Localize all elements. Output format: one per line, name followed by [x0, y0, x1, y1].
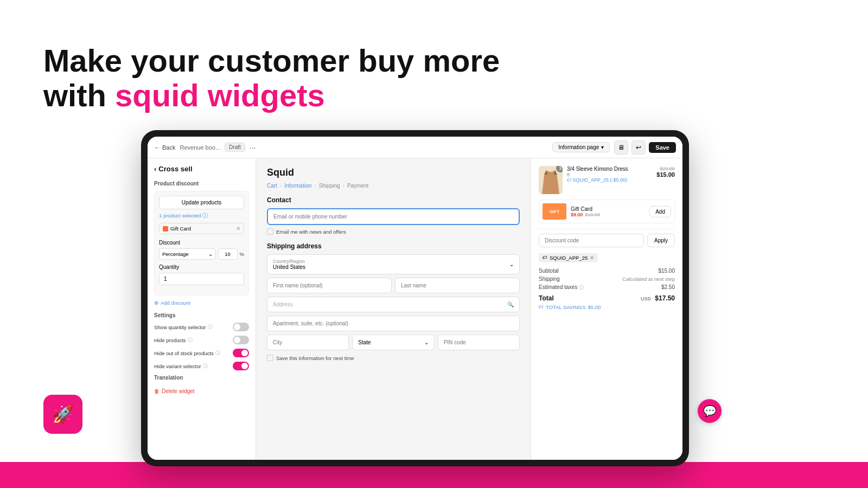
hide-out-of-stock-row: Hide out of stock products ⓘ: [154, 349, 249, 357]
delete-widget-label: Delete widget: [162, 388, 195, 394]
coupon-remove-icon[interactable]: ✕: [590, 255, 594, 261]
breadcrumb-nav: Cart › Information › Shipping › Payment: [267, 183, 520, 189]
rocket-icon: 🚀: [52, 404, 74, 425]
hide-products-label: Hide products ⓘ: [154, 337, 193, 344]
discount-row: Percentage ⌄ %: [159, 248, 244, 260]
save-info-label: Save this information for next time: [276, 355, 354, 361]
bc-sep-3: ›: [343, 183, 344, 189]
product-discount-label: Product discount: [154, 181, 249, 187]
settings-label: Settings: [154, 312, 249, 318]
translation-section: Translation 🗑 Delete widget: [154, 375, 249, 397]
item1-prices: $20.00 $15.00: [656, 166, 675, 178]
shipping-value: Calculated at next step: [622, 276, 675, 282]
show-quantity-label: Show quantity selector ⓘ: [154, 324, 213, 331]
contact-input[interactable]: [267, 208, 520, 225]
product-tag-name: Gift Card: [170, 226, 234, 232]
quantity-input[interactable]: [159, 273, 244, 285]
item1-image: 1: [539, 166, 563, 194]
taxes-info-icon: ⓘ: [579, 285, 584, 290]
add-gift-card-button[interactable]: Add: [649, 206, 671, 217]
state-select[interactable]: State ⌄: [352, 335, 434, 350]
hide-out-of-stock-toggle[interactable]: [233, 349, 249, 357]
delete-widget-button[interactable]: 🗑 Delete widget: [154, 385, 249, 397]
country-select[interactable]: Country/Region United States ⌄: [267, 254, 520, 274]
pin-input[interactable]: [438, 335, 520, 350]
save-info-row: Save this information for next time: [267, 355, 520, 361]
discount-type-select[interactable]: Percentage ⌄: [159, 248, 216, 260]
country-value: United States: [273, 264, 305, 270]
apply-button[interactable]: Apply: [647, 234, 675, 247]
hide-products-toggle[interactable]: [233, 336, 249, 344]
monitor-icon-button[interactable]: 🖥: [614, 140, 628, 155]
city-state-zip-row: State ⌄: [267, 335, 520, 350]
chevron-down-icon: ▾: [601, 144, 604, 150]
add-discount-link[interactable]: ⊕ Add discount: [154, 300, 249, 306]
page-select-dropdown[interactable]: Information page ▾: [552, 142, 610, 152]
bc-information[interactable]: Information: [284, 183, 311, 189]
selected-count-text: 1 product selected ⓘ: [159, 213, 244, 220]
back-label: Back: [162, 144, 175, 151]
checkout-area: Squid Cart › Information › Shipping › Pa…: [256, 158, 531, 460]
hide-variant-selector-row: Hide variant selector ⓘ: [154, 362, 249, 370]
topbar: ← Back Revenue boo... Draft ··· Informat…: [148, 137, 682, 158]
total-value: $17.50: [655, 294, 675, 302]
cross-sell-back[interactable]: ‹ Cross sell: [154, 165, 249, 173]
save-info-checkbox[interactable]: [267, 355, 273, 361]
main-content: ‹ Cross sell Product discount Update pro…: [148, 158, 682, 460]
coupon-tag: 🏷 SQUID_APP_25 ✕: [539, 253, 598, 262]
item1-name: 3/4 Sleeve Kimono Dress: [567, 166, 652, 172]
topbar-icons: 🖥 ↩ Save: [614, 140, 676, 155]
squid-logo[interactable]: 🚀: [43, 395, 82, 434]
chat-bubble-button[interactable]: 💬: [698, 399, 722, 423]
country-label: Country/Region: [273, 259, 305, 264]
total-row: Total USD $17.50: [539, 294, 675, 302]
bc-cart[interactable]: Cart: [267, 183, 277, 189]
show-quantity-selector-row: Show quantity selector ⓘ: [154, 323, 249, 331]
email-opt-in-label: Email me with news and offers: [276, 229, 346, 235]
subtotal-value: $15.00: [658, 268, 675, 274]
update-products-button[interactable]: Update products: [159, 196, 244, 209]
hero-line2: with squid widgets: [43, 78, 500, 113]
trash-icon: 🗑: [154, 388, 159, 394]
more-options-icon[interactable]: ···: [250, 143, 256, 152]
total-amount: USD $17.50: [641, 294, 675, 302]
coupon-code-text: SQUID_APP_25: [550, 255, 588, 261]
subtotal-label: Subtotal: [539, 268, 559, 274]
discount-code-input[interactable]: [539, 234, 644, 247]
product-color-swatch: [163, 226, 168, 232]
city-input[interactable]: [267, 335, 349, 350]
gift-card-name: Gift Card: [571, 206, 645, 212]
gift-card-prices: $9.00 $10.00: [571, 212, 645, 217]
search-icon: 🔍: [507, 301, 514, 307]
add-discount-label: Add discount: [161, 300, 190, 306]
discount-value-input[interactable]: [218, 248, 238, 260]
savings-icon: 🏷: [539, 304, 544, 310]
email-opt-in-checkbox[interactable]: [267, 228, 273, 235]
translation-label: Translation: [154, 375, 249, 381]
address-field[interactable]: Address 🔍: [267, 297, 520, 312]
last-name-input[interactable]: [395, 278, 520, 293]
tag-icon: 🏷: [542, 255, 547, 260]
first-name-input[interactable]: [267, 278, 392, 293]
bc-sep-1: ›: [280, 183, 282, 189]
order-summary: 1 3/4 Sleeve Kimono Dress 8: [531, 158, 682, 460]
product-remove-icon[interactable]: ✕: [236, 226, 240, 232]
settings-section: Settings Show quantity selector ⓘ Hide p…: [154, 312, 249, 370]
show-quantity-toggle[interactable]: [233, 323, 249, 331]
save-button[interactable]: Save: [649, 142, 676, 153]
gift-card-old-price: $10.00: [585, 212, 601, 217]
hero-section: Make your customer buy more with squid w…: [43, 43, 500, 113]
device-screen: ← Back Revenue boo... Draft ··· Informat…: [148, 137, 682, 460]
taxes-row: Estimated taxes ⓘ $2.50: [539, 284, 675, 291]
gift-card-item: GIFT Gift Card $9.00 $10.00 Add: [539, 200, 675, 223]
shipping-label: Shipping address: [267, 242, 520, 250]
discount-code-row: Apply: [539, 234, 675, 247]
hero-line2-prefix: with: [43, 78, 115, 113]
undo-icon-button[interactable]: ↩: [631, 140, 646, 155]
back-button[interactable]: ← Back: [154, 144, 175, 151]
store-name: Squid: [267, 167, 520, 178]
total-label: Total: [539, 294, 554, 302]
hide-variant-toggle[interactable]: [233, 362, 249, 370]
apt-input[interactable]: [267, 316, 520, 331]
item1-discount-text: SQUID_APP_25 (-$5.00): [573, 177, 628, 183]
